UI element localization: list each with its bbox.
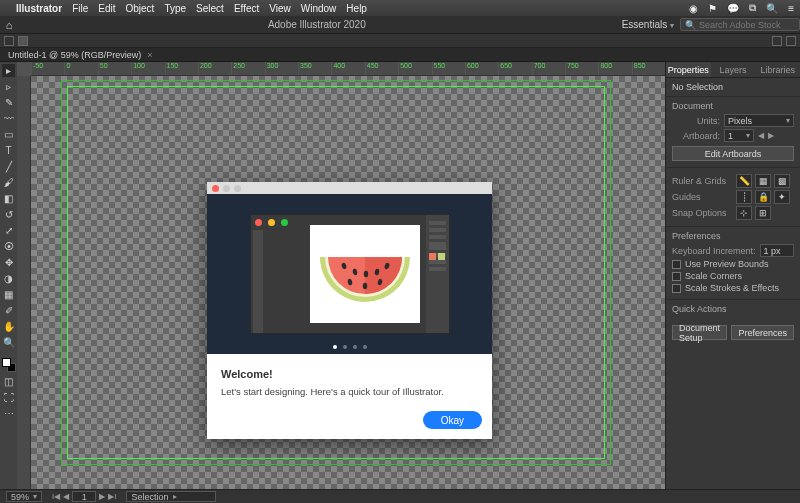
zoom-icon [234, 185, 241, 192]
guides-visibility-icon[interactable]: ┊ [736, 190, 752, 204]
workspace-switcher[interactable]: Essentials ▾ [616, 19, 680, 30]
dialog-hero [207, 194, 492, 354]
kb-inc-input[interactable]: 1 px [760, 244, 794, 257]
menu-object[interactable]: Object [125, 3, 154, 14]
menu-view[interactable]: View [269, 3, 291, 14]
fill-stroke-swatch[interactable] [2, 358, 16, 372]
ruler-grids-label: Ruler & Grids [672, 176, 732, 186]
scale-corners-checkbox[interactable]: Scale Corners [672, 271, 794, 281]
use-preview-bounds-checkbox[interactable]: Use Preview Bounds [672, 259, 794, 269]
nav-prev-icon[interactable]: ◀ [63, 492, 69, 501]
tool-selection[interactable]: ▸ [2, 64, 15, 77]
tool-type[interactable]: T [2, 144, 15, 157]
artboard-prev-icon[interactable]: ◀ [758, 131, 764, 140]
ctrl-noselection-icon[interactable] [4, 36, 14, 46]
home-button[interactable]: ⌂ [0, 19, 18, 31]
scale-strokes-checkbox[interactable]: Scale Strokes & Effects [672, 283, 794, 293]
cc-icon[interactable]: ◉ [689, 3, 698, 14]
mac-menubar: Illustrator File Edit Object Type Select… [0, 0, 800, 16]
dialog-titlebar[interactable] [207, 182, 492, 194]
search-icon[interactable]: 🔍 [766, 3, 778, 14]
dot-3[interactable] [353, 345, 357, 349]
minimize-icon [223, 185, 230, 192]
menu-window[interactable]: Window [301, 3, 337, 14]
chat-icon[interactable]: 💬 [727, 3, 739, 14]
tab-layers[interactable]: Layers [711, 62, 756, 77]
snap-point-icon[interactable]: ⊹ [736, 206, 752, 220]
kb-inc-label: Keyboard Increment: [672, 246, 756, 256]
smart-guides-icon[interactable]: ✦ [774, 190, 790, 204]
menu-icon[interactable]: ≡ [788, 3, 794, 14]
tool-scale[interactable]: ⤢ [2, 224, 15, 237]
section-quick-actions: Quick Actions [672, 304, 794, 314]
dot-4[interactable] [363, 345, 367, 349]
tool-direct-selection[interactable]: ▹ [2, 80, 15, 93]
app-title: Adobe Illustrator 2020 [18, 19, 616, 30]
ctrl-align-icon[interactable] [772, 36, 782, 46]
flag-icon[interactable]: ⚑ [708, 3, 717, 14]
welcome-dialog: Welcome! Let's start designing. Here's a… [207, 182, 492, 439]
snap-grid-icon[interactable]: ⊞ [755, 206, 771, 220]
dot-2[interactable] [343, 345, 347, 349]
tool-eraser[interactable]: ◧ [2, 192, 15, 205]
zoom-select[interactable]: 59%▾ [6, 491, 42, 502]
nav-last-icon[interactable]: ▶I [108, 492, 116, 501]
tab-libraries[interactable]: Libraries [755, 62, 800, 77]
tool-paintbrush[interactable]: 🖌 [2, 176, 15, 189]
tool-rotate[interactable]: ↺ [2, 208, 15, 221]
section-document: Document [672, 101, 794, 111]
stock-search[interactable]: 🔍Search Adobe Stock [680, 18, 800, 31]
tool-shape-builder[interactable]: ◑ [2, 272, 15, 285]
menu-effect[interactable]: Effect [234, 3, 259, 14]
edit-artboards-button[interactable]: Edit Artboards [672, 146, 794, 161]
tool-zoom[interactable]: 🔍 [2, 336, 15, 349]
grid-toggle-icon[interactable]: ▦ [755, 174, 771, 188]
tab-properties[interactable]: Properties [666, 62, 711, 77]
dot-1[interactable] [333, 345, 337, 349]
ctrl-more-icon[interactable] [786, 36, 796, 46]
tool-pen[interactable]: ✎ [2, 96, 15, 109]
okay-button[interactable]: Okay [423, 411, 482, 429]
menu-edit[interactable]: Edit [98, 3, 115, 14]
tool-free-transform[interactable]: ✥ [2, 256, 15, 269]
menu-type[interactable]: Type [164, 3, 186, 14]
close-tab-icon[interactable]: × [147, 50, 152, 60]
tool-edit-toolbar[interactable]: ⋯ [2, 407, 15, 420]
artboard-select[interactable]: 1▾ [724, 129, 754, 142]
menu-app[interactable]: Illustrator [16, 3, 62, 14]
artboard-next-icon[interactable]: ▶ [768, 131, 774, 140]
ctrl-fill-icon[interactable] [18, 36, 28, 46]
selection-status: No Selection [672, 82, 794, 92]
tool-gradient[interactable]: ▦ [2, 288, 15, 301]
ruler-toggle-icon[interactable]: 📏 [736, 174, 752, 188]
guides-lock-icon[interactable]: 🔒 [755, 190, 771, 204]
hero-mini-app [250, 214, 450, 334]
menu-file[interactable]: File [72, 3, 88, 14]
tools-panel: ▸ ▹ ✎ 〰 ▭ T ╱ 🖌 ◧ ↺ ⤢ ⦿ ✥ ◑ ▦ ✐ ✋ 🔍 ◫ ⛶ … [0, 62, 17, 489]
tool-curvature[interactable]: 〰 [2, 112, 15, 125]
tool-screen-mode[interactable]: ⛶ [2, 391, 15, 404]
menu-select[interactable]: Select [196, 3, 224, 14]
tool-eyedropper[interactable]: ✐ [2, 304, 15, 317]
tool-rectangle[interactable]: ▭ [2, 128, 15, 141]
tool-line[interactable]: ╱ [2, 160, 15, 173]
tool-width[interactable]: ⦿ [2, 240, 15, 253]
units-select[interactable]: Pixels▾ [724, 114, 794, 127]
carousel-dots[interactable] [207, 345, 492, 349]
dialog-title: Welcome! [221, 368, 478, 380]
menu-help[interactable]: Help [346, 3, 367, 14]
nav-next-icon[interactable]: ▶ [99, 492, 105, 501]
status-info-select[interactable]: Selection▸ [126, 491, 216, 502]
nav-first-icon[interactable]: I◀ [52, 492, 60, 501]
transparency-grid-icon[interactable]: ▩ [774, 174, 790, 188]
tool-hand[interactable]: ✋ [2, 320, 15, 333]
document-setup-button[interactable]: Document Setup [672, 325, 727, 340]
screens-icon[interactable]: ⧉ [749, 2, 756, 14]
close-icon[interactable] [212, 185, 219, 192]
tool-draw-mode[interactable]: ◫ [2, 375, 15, 388]
artboard-nav-select[interactable]: 1 [72, 491, 96, 502]
preferences-button[interactable]: Preferences [731, 325, 794, 340]
document-tab[interactable]: Untitled-1 @ 59% (RGB/Preview) [8, 50, 141, 60]
snap-label: Snap Options [672, 208, 732, 218]
hero-artwork [310, 225, 420, 323]
